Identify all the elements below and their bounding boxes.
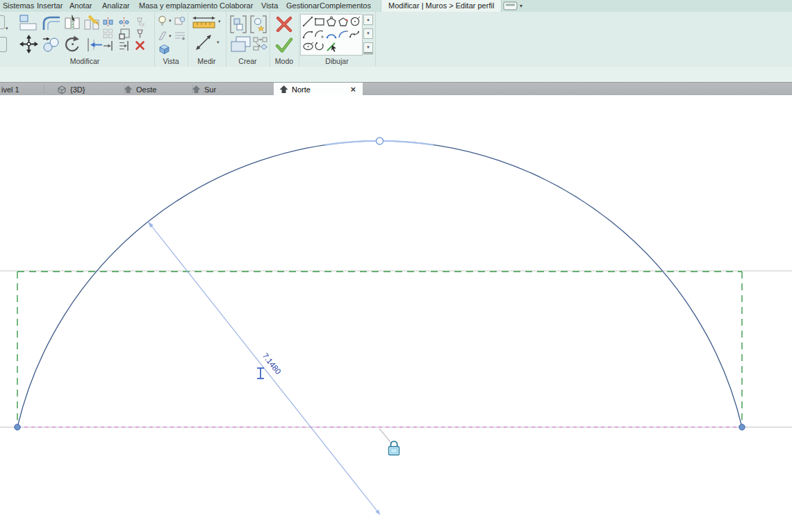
draw-circle-icon[interactable] — [349, 16, 361, 30]
clipped-panel-icon — [0, 15, 5, 29]
panel-modificar: Modificar — [15, 12, 155, 67]
caret-down-icon[interactable]: ▾ — [169, 33, 172, 39]
ribbon-tab-vista[interactable]: Vista — [258, 0, 281, 12]
copy-icon[interactable] — [42, 37, 60, 56]
align-icon[interactable] — [85, 36, 103, 56]
panel-label-crear[interactable]: Crear — [226, 56, 270, 66]
temporary-dimension-value[interactable]: 7.1480 — [261, 351, 283, 376]
close-view-tab-icon[interactable]: × — [349, 84, 357, 94]
options-bar — [0, 67, 792, 83]
view-extent-dashed-rectangle — [17, 272, 742, 420]
sketch-arc[interactable] — [17, 141, 742, 427]
rotate-icon[interactable] — [63, 35, 82, 56]
panel-crear: Crear — [226, 12, 270, 67]
view-tab-nivel1[interactable]: ivel 1 — [0, 83, 44, 96]
clipped-panel-icon — [0, 37, 7, 52]
section-box-icon[interactable] — [158, 43, 171, 58]
caret-down-icon[interactable]: ▾ — [6, 26, 8, 31]
panel-label-modificar[interactable]: Modificar — [15, 56, 154, 66]
tab-separator — [44, 85, 44, 93]
cut-geometry-icon[interactable] — [64, 14, 81, 35]
thin-lines-icon[interactable] — [174, 31, 185, 44]
caret-down-icon[interactable]: ▾ — [217, 40, 220, 45]
caret-down-icon[interactable]: ▾ — [169, 18, 172, 24]
view-tab-label: Oeste — [136, 85, 156, 94]
constraint-lock-icon[interactable] — [389, 441, 399, 455]
ribbon-tab-masa[interactable]: Masa y emplazamiento — [136, 0, 220, 12]
ribbon-tab-analizar[interactable]: Analizar — [99, 0, 133, 12]
drawing-area[interactable]: 7.1480 — [0, 95, 792, 532]
arc-midpoint-handle[interactable] — [377, 138, 383, 144]
panel-label-vista[interactable]: Vista — [154, 56, 188, 66]
ribbon-tab-colaborar[interactable]: Colaborar — [217, 0, 256, 12]
view-tab-label: Sur — [204, 85, 216, 94]
dimension-witness-grip[interactable] — [257, 368, 264, 379]
draw-start-end-radius-arc-icon[interactable] — [302, 28, 313, 42]
draw-inscribed-polygon-icon[interactable] — [326, 16, 337, 30]
ribbon-tab-anotar[interactable]: Anotar — [67, 0, 94, 12]
ribbon-panel-icon — [503, 1, 518, 10]
draw-rectangle-icon[interactable] — [314, 16, 325, 30]
move-icon[interactable] — [19, 35, 38, 56]
panel-vista: ▾ ▾ Vista — [154, 12, 188, 67]
ribbon-tab-complementos[interactable]: Complementos — [317, 0, 374, 12]
caret-down-icon[interactable]: ▾ — [218, 19, 221, 24]
measure-ruler-icon[interactable] — [192, 16, 215, 32]
ribbon-minimize-toggle[interactable]: ▾ — [503, 1, 527, 10]
panel-label-medir[interactable]: Medir — [188, 56, 226, 66]
view-tab-norte-active[interactable]: Norte × — [274, 83, 363, 96]
draw-circumscribed-polygon-icon[interactable] — [338, 16, 349, 30]
cope-icon[interactable] — [41, 15, 61, 35]
ribbon-tab-bar: Sistemas Insertar Anotar Analizar Masa y… — [0, 0, 792, 12]
trim-extend-multiple-icon[interactable] — [119, 40, 130, 54]
draw-partial-ellipse-icon[interactable] — [314, 41, 325, 55]
cutaway-blade-icon[interactable] — [158, 31, 168, 44]
panel-label-dibujar[interactable]: Dibujar — [299, 56, 375, 66]
panel-label-modo[interactable]: Modo — [270, 56, 299, 66]
view-tab-sur[interactable]: Sur — [183, 83, 261, 96]
ribbon-tab-contextual-modificar-muros[interactable]: Modificar | Muros > Editar perfil — [381, 0, 502, 12]
arc-endpoint-right[interactable] — [739, 424, 745, 430]
panel-medir: ▾ ▾ Medir — [188, 12, 226, 67]
view-tab-3d[interactable]: {3D} — [46, 83, 125, 96]
render-gallery-icon[interactable] — [174, 15, 185, 28]
trim-extend-corner-icon[interactable] — [103, 40, 114, 54]
view-tab-oeste[interactable]: Oeste — [114, 83, 193, 96]
lock-leader-line — [379, 429, 392, 444]
ribbon: ▾ — [0, 12, 792, 67]
elevation-view-icon — [279, 85, 288, 94]
view-tab-bar: ivel 1 {3D} Oeste Sur Norte × — [0, 82, 792, 96]
draw-fillet-arc-icon[interactable] — [338, 28, 349, 42]
ribbon-tab-insertar[interactable]: Insertar — [34, 0, 65, 12]
gallery-scroll-up-button[interactable]: ▲ — [363, 15, 373, 25]
draw-tangent-arc-icon[interactable] — [326, 28, 337, 42]
caret-down-icon[interactable]: ▾ — [520, 1, 522, 10]
create-assembly-icon[interactable] — [253, 37, 268, 55]
gallery-expand-button[interactable]: ▼ — [363, 42, 373, 54]
draw-line-icon[interactable] — [302, 16, 313, 30]
create-group-icon[interactable] — [229, 15, 247, 37]
finish-edit-mode-icon[interactable] — [275, 37, 293, 56]
3d-view-icon — [57, 85, 67, 94]
delete-icon[interactable] — [135, 40, 145, 53]
panel-dibujar: ▲ ▼ ▼ Dibujar — [299, 12, 376, 67]
draw-spline-icon[interactable] — [349, 28, 361, 42]
pick-lines-icon[interactable] — [326, 41, 338, 55]
elevation-view-icon — [124, 85, 133, 94]
wall-join-icon[interactable] — [19, 15, 38, 35]
measure-between-points-icon[interactable] — [194, 33, 213, 55]
draw-center-ends-arc-icon[interactable] — [314, 28, 325, 42]
ribbon-tab-sistemas[interactable]: Sistemas — [0, 0, 37, 12]
cancel-edit-mode-icon[interactable] — [274, 15, 294, 37]
lightbulb-icon[interactable] — [157, 15, 167, 30]
create-similar-icon[interactable] — [230, 35, 252, 57]
arc-endpoint-left[interactable] — [15, 424, 20, 430]
legend-component-icon[interactable] — [249, 15, 267, 37]
view-tab-label: Norte — [292, 85, 311, 94]
panel-modo: Modo — [270, 12, 299, 67]
view-tab-label: ivel 1 — [1, 85, 19, 94]
draw-ellipse-icon[interactable] — [302, 41, 314, 55]
gallery-scroll-down-button[interactable]: ▼ — [363, 28, 373, 39]
split-element-icon[interactable] — [83, 15, 101, 34]
elevation-view-icon — [192, 85, 201, 94]
